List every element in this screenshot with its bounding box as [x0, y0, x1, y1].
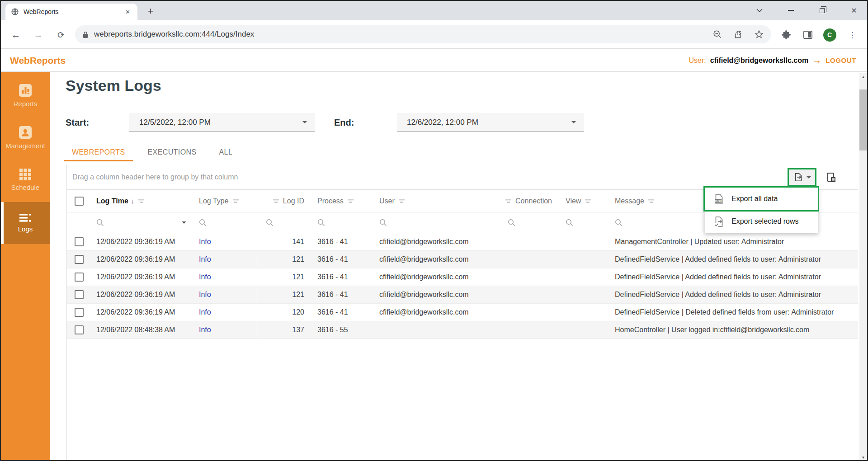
tab-close-icon[interactable]: ✕ [123, 9, 132, 15]
extensions-icon[interactable] [779, 28, 793, 42]
app-logo: WebReports [10, 55, 66, 66]
browser-menu-icon[interactable]: ⋮ [845, 28, 859, 42]
zoom-out-icon[interactable] [712, 29, 722, 39]
logout-arrow-icon: → [812, 55, 821, 66]
header-log-id[interactable]: Log ID [257, 190, 310, 212]
sidebar-item-reports[interactable]: Reports [1, 75, 50, 117]
header-connection[interactable]: Connection [508, 190, 558, 212]
column-chooser-icon [826, 172, 837, 183]
menu-item-export-all-data[interactable]: XLSX Export all data [705, 188, 818, 210]
filter-connection[interactable] [508, 212, 558, 233]
table-row[interactable]: 12/06/2022 09:36:19 AM Info 121 3616 - 4… [67, 251, 858, 268]
row-checkbox[interactable] [75, 308, 84, 317]
filter-log-id[interactable] [257, 212, 310, 233]
start-label: Start: [66, 113, 89, 132]
user-label: User: [689, 56, 706, 65]
scroll-down-icon[interactable]: ▼ [859, 454, 867, 461]
sidebar-item-schedule[interactable]: Schedule [1, 159, 50, 201]
url-text[interactable]: webreports.bridgeworksllc.com:444/Logs/I… [94, 30, 702, 39]
search-icon [615, 219, 623, 226]
chevron-down-icon [807, 176, 811, 179]
filter-icon[interactable] [648, 199, 655, 203]
row-checkbox[interactable] [75, 290, 84, 299]
filter-icon[interactable] [398, 199, 405, 203]
window-chevron-icon[interactable] [749, 1, 770, 20]
table-row[interactable]: 12/06/2022 09:36:19 AM Info 141 3616 - 4… [67, 233, 858, 251]
window-restore-button[interactable] [811, 1, 832, 20]
lock-icon [82, 31, 89, 38]
filter-log-type[interactable] [193, 212, 257, 233]
profile-avatar[interactable]: C [823, 28, 836, 42]
bar-chart-icon [19, 84, 32, 97]
export-button[interactable] [788, 168, 816, 186]
window-minimize-button[interactable] [780, 1, 801, 20]
search-icon [566, 219, 573, 226]
chevron-down-icon[interactable] [571, 121, 576, 123]
header-view[interactable]: View [558, 190, 609, 212]
log-view-tabs: WEBREPORTS EXECUTIONS ALL [64, 145, 240, 161]
row-checkbox[interactable] [75, 273, 84, 282]
app-header: WebReports User: cfifield@bridgeworksllc… [1, 49, 867, 72]
filter-icon[interactable] [138, 199, 145, 203]
new-tab-button[interactable]: + [144, 5, 157, 18]
scroll-up-icon[interactable]: ▲ [859, 73, 867, 80]
filter-icon[interactable] [585, 199, 591, 203]
forward-button[interactable]: → [32, 28, 45, 42]
row-checkbox[interactable] [75, 325, 84, 334]
header-process[interactable]: Process [310, 190, 373, 212]
search-icon [508, 219, 515, 226]
table-row[interactable]: 12/06/2022 09:36:19 AM Info 120 3616 - 4… [67, 304, 858, 321]
browser-tab[interactable]: WebReports ✕ [5, 4, 137, 20]
column-chooser-button[interactable] [825, 171, 838, 184]
browser-window: WebReports ✕ + ✕ ← → ⟳ webreports.bridge… [0, 0, 868, 461]
filter-icon[interactable] [273, 199, 279, 203]
page-scrollbar[interactable]: ▲ ▼ [859, 73, 867, 461]
filter-view[interactable] [558, 212, 609, 233]
filter-user[interactable] [373, 212, 508, 233]
page-title: System Logs [66, 77, 161, 94]
start-date-picker[interactable]: 12/5/2022, 12:00 PM [129, 113, 315, 132]
bookmark-star-icon[interactable] [754, 29, 764, 39]
address-bar[interactable]: webreports.bridgeworksllc.com:444/Logs/I… [75, 25, 771, 43]
window-close-button[interactable]: ✕ [844, 1, 864, 20]
share-icon[interactable] [733, 29, 743, 39]
detail-list-icon [19, 214, 31, 222]
filter-icon[interactable] [505, 199, 512, 203]
user-area: User: cfifield@bridgeworksllc.com → LOGO… [689, 55, 856, 66]
header-log-time[interactable]: Log Time ↓ [91, 190, 193, 212]
end-date-picker[interactable]: 12/6/2022, 12:00 PM [397, 113, 584, 132]
tab-webreports[interactable]: WEBREPORTS [64, 145, 133, 161]
table-row[interactable]: 12/06/2022 09:36:19 AM Info 121 3616 - 4… [67, 286, 858, 304]
export-dropdown-menu: XLSX Export all data Export selected row… [704, 187, 818, 233]
search-icon [379, 219, 387, 226]
logout-link[interactable]: LOGOUT [826, 56, 856, 64]
globe-favicon [11, 8, 19, 16]
select-all-checkbox[interactable] [75, 197, 84, 206]
sidebar-item-logs[interactable]: Logs [1, 202, 50, 244]
back-button[interactable]: ← [9, 28, 23, 42]
header-log-type[interactable]: Log Type [193, 190, 257, 212]
table-row[interactable]: 12/06/2022 08:48:38 AM Info 137 3616 - 5… [67, 321, 858, 339]
sidebar-item-management[interactable]: Management [1, 117, 50, 159]
search-icon [96, 219, 104, 226]
chevron-down-icon[interactable] [182, 221, 186, 224]
menu-item-export-selected-rows[interactable]: Export selected rows [705, 210, 818, 233]
tab-all[interactable]: ALL [212, 145, 241, 161]
export-icon [793, 172, 803, 182]
filter-icon[interactable] [347, 199, 354, 203]
filter-process[interactable] [310, 212, 373, 233]
filter-log-time[interactable] [91, 212, 193, 233]
filter-icon[interactable] [232, 199, 239, 203]
row-checkbox[interactable] [75, 237, 84, 246]
search-icon [199, 219, 207, 226]
row-checkbox[interactable] [75, 255, 84, 264]
table-row[interactable]: 12/06/2022 09:36:19 AM Info 121 3616 - 4… [67, 268, 858, 286]
tab-executions[interactable]: EXECUTIONS [140, 145, 204, 161]
side-panel-icon[interactable] [801, 28, 815, 42]
grid-icon [19, 169, 31, 180]
scrollbar-thumb[interactable] [859, 89, 867, 151]
export-selected-icon [714, 216, 724, 227]
header-user[interactable]: User [373, 190, 508, 212]
reload-button[interactable]: ⟳ [54, 28, 68, 42]
chevron-down-icon[interactable] [302, 121, 307, 123]
